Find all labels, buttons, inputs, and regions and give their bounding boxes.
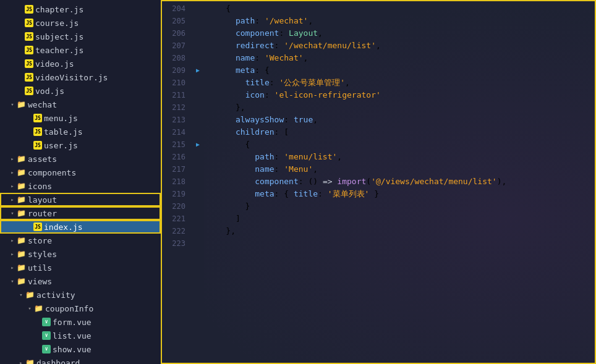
line-number: 209	[161, 64, 185, 77]
code-line: path: 'menu/list',	[206, 151, 589, 163]
sidebar-item-wechat-folder[interactable]: ▾📁wechat	[0, 98, 161, 111]
vue-file-icon: V	[42, 345, 51, 353]
js-file-icon: JS	[25, 87, 33, 95]
line-number: 220	[161, 200, 185, 213]
sidebar-item-subject-js[interactable]: JSsubject.js	[0, 30, 161, 43]
code-line: name: 'Wechat',	[206, 52, 589, 64]
code-editor: 2042052062072082092102112122132142152162…	[161, 0, 596, 364]
folder-arrow-icon: ▸	[9, 169, 16, 176]
sidebar-item-label: dashboard	[36, 358, 80, 365]
gutter-mark	[192, 163, 204, 176]
sidebar-item-label: subject.js	[35, 32, 83, 41]
sidebar-item-video-js[interactable]: JSvideo.js	[0, 57, 161, 70]
sidebar-item-chapter-js[interactable]: JSchapter.js	[0, 2, 161, 16]
line-number: 215	[161, 138, 185, 151]
gutter-mark	[192, 213, 204, 225]
sidebar-item-layout-folder[interactable]: ▸📁layout	[0, 193, 161, 206]
code-line: },	[206, 101, 589, 114]
sidebar-item-label: layout	[28, 195, 57, 205]
folder-arrow-icon: ▸	[9, 265, 16, 271]
sidebar-item-label: index.js	[44, 222, 83, 232]
sidebar-item-icons-folder[interactable]: ▸📁icons	[0, 179, 161, 193]
sidebar-item-store-folder[interactable]: ▸📁store	[0, 234, 161, 247]
js-file-icon: JS	[25, 19, 33, 27]
sidebar-item-label: components	[28, 168, 76, 177]
js-file-icon: JS	[33, 141, 42, 150]
folder-icon: 📁	[16, 154, 26, 164]
code-line: meta: {	[206, 64, 589, 77]
sidebar-item-label: user.js	[44, 141, 78, 150]
gutter-mark	[192, 126, 204, 138]
sidebar-item-index-js[interactable]: JSindex.js	[0, 220, 161, 234]
folder-arrow-icon: ▸	[9, 183, 16, 189]
sidebar-item-views-folder[interactable]: ▾📁views	[0, 274, 161, 288]
file-tree[interactable]: JSchapter.jsJScourse.jsJSsubject.jsJStea…	[0, 0, 161, 364]
gutter-mark	[192, 40, 204, 52]
sidebar-item-label: chapter.js	[35, 5, 83, 14]
folder-arrow-icon: ▸	[9, 251, 16, 257]
sidebar-item-menu-js[interactable]: JSmenu.js	[0, 111, 161, 125]
gutter-mark	[192, 200, 204, 213]
line-number: 212	[161, 101, 185, 114]
folder-icon: 📁	[16, 195, 26, 205]
sidebar-item-assets-folder[interactable]: ▸📁assets	[0, 152, 161, 166]
sidebar-item-components-folder[interactable]: ▸📁components	[0, 166, 161, 179]
sidebar-item-router-folder[interactable]: ▾📁router	[0, 206, 161, 220]
gutter-mark	[192, 176, 204, 188]
sidebar-item-label: list.vue	[53, 331, 92, 341]
code-line: component: Layout,	[206, 27, 589, 40]
js-file-icon: JS	[25, 73, 33, 82]
sidebar-item-dashboard-folder[interactable]: ▸📁dashboard	[0, 356, 161, 364]
folder-icon: 📁	[16, 276, 26, 286]
gutter-mark	[192, 237, 204, 250]
folder-icon: 📁	[25, 358, 35, 364]
folder-icon: 📁	[16, 99, 26, 109]
folder-arrow-icon: ▸	[9, 197, 16, 203]
sidebar-item-teacher-js[interactable]: JSteacher.js	[0, 43, 161, 57]
line-numbers: 2042052062072082092102112122132142152162…	[161, 0, 192, 364]
code-line: }	[206, 200, 589, 213]
line-number: 213	[161, 114, 185, 126]
line-number: 219	[161, 188, 185, 200]
line-number: 217	[161, 163, 185, 176]
line-number: 222	[161, 225, 185, 237]
code-line: name: 'Menu',	[206, 163, 589, 176]
folder-icon: 📁	[16, 181, 26, 191]
folder-icon: 📁	[16, 167, 26, 177]
sidebar-item-show-vue[interactable]: Vshow.vue	[0, 342, 161, 356]
gutter-mark	[192, 101, 204, 114]
vue-file-icon: V	[42, 318, 51, 326]
folder-arrow-icon: ▾	[9, 101, 16, 108]
js-file-icon: JS	[25, 59, 33, 68]
sidebar-item-videoVisitor-js[interactable]: JSvideoVisitor.js	[0, 70, 161, 84]
code-line: meta: { title: '菜单列表' }	[206, 188, 589, 200]
sidebar-item-list-vue[interactable]: Vlist.vue	[0, 329, 161, 342]
js-file-icon: JS	[25, 46, 33, 54]
folder-icon: 📁	[16, 249, 26, 259]
folder-arrow-icon: ▾	[26, 305, 33, 311]
sidebar-item-label: styles	[28, 250, 57, 259]
gutter-mark	[192, 52, 204, 64]
sidebar-item-form-vue[interactable]: Vform.vue	[0, 315, 161, 329]
sidebar-item-label: wechat	[28, 100, 57, 109]
folder-icon: 📁	[33, 303, 43, 313]
sidebar-item-couponInfo-folder[interactable]: ▾📁couponInfo	[0, 302, 161, 315]
folder-icon: 📁	[16, 208, 26, 218]
code-line	[206, 237, 589, 250]
sidebar-item-table-js[interactable]: JStable.js	[0, 125, 161, 138]
sidebar-item-activity-folder[interactable]: ▾📁activity	[0, 288, 161, 302]
code-line: path: '/wechat',	[206, 15, 589, 27]
folder-icon: 📁	[16, 263, 26, 273]
sidebar-item-course-js[interactable]: JScourse.js	[0, 16, 161, 30]
folder-arrow-icon: ▸	[9, 237, 16, 243]
gutter-mark	[192, 89, 204, 101]
sidebar-item-label: teacher.js	[35, 46, 83, 55]
code-line: title: '公众号菜单管理',	[206, 77, 589, 89]
sidebar-item-utils-folder[interactable]: ▸📁utils	[0, 261, 161, 274]
sidebar-item-label: assets	[28, 154, 57, 164]
sidebar-item-user-js[interactable]: JSuser.js	[0, 138, 161, 152]
gutter-mark	[192, 15, 204, 27]
sidebar-item-vod-js[interactable]: JSvod.js	[0, 84, 161, 98]
folder-arrow-icon: ▾	[17, 292, 25, 298]
sidebar-item-styles-folder[interactable]: ▸📁styles	[0, 247, 161, 261]
